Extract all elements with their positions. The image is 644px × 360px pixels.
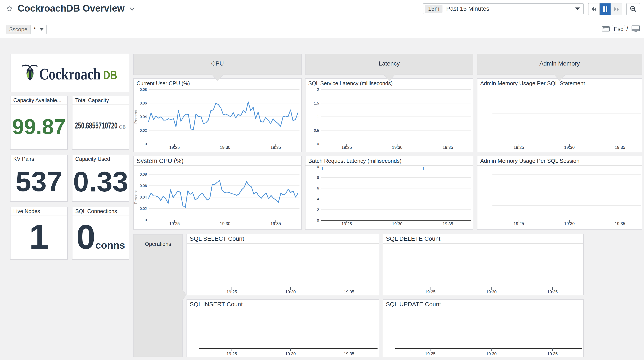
svg-text:19:30: 19:30 [285,352,296,356]
svg-text:19:35: 19:35 [344,352,354,356]
svg-text:19:30: 19:30 [220,221,230,226]
svg-text:0.06: 0.06 [140,101,147,105]
svg-text:1: 1 [317,115,319,119]
svg-text:0: 0 [317,218,319,223]
svg-text:8: 8 [317,176,319,180]
svg-text:19:25: 19:25 [425,290,436,294]
svg-text:19:35: 19:35 [270,221,281,226]
svg-text:19:35: 19:35 [443,145,453,150]
svg-text:19:30: 19:30 [564,221,575,226]
svg-text:19:25: 19:25 [169,145,180,150]
svg-text:0: 0 [317,142,319,146]
svg-text:19:25: 19:25 [342,221,352,226]
svg-text:19:25: 19:25 [514,221,524,226]
svg-text:0.04: 0.04 [140,195,147,199]
svg-text:19:30: 19:30 [564,145,575,150]
svg-text:19:25: 19:25 [226,290,237,294]
svg-text:19:25: 19:25 [169,221,180,226]
svg-text:2: 2 [317,88,319,92]
svg-text:0.5: 0.5 [314,128,319,133]
svg-text:4: 4 [317,197,319,201]
svg-text:250.6855710720: 250.6855710720 [75,121,118,130]
svg-text:6: 6 [317,186,319,190]
svg-text:0.08: 0.08 [140,88,147,92]
svg-text:19:35: 19:35 [615,145,625,150]
svg-text:19:30: 19:30 [285,290,296,294]
svg-text:0.08: 0.08 [140,172,147,176]
svg-text:Cockroach: Cockroach [39,65,100,83]
svg-text:Percent: Percent [134,190,138,204]
svg-text:0.06: 0.06 [140,184,147,188]
svg-text:19:35: 19:35 [443,221,453,226]
svg-text:0.02: 0.02 [140,128,147,133]
svg-text:19:35: 19:35 [615,221,625,226]
svg-text:19:35: 19:35 [547,290,558,294]
svg-text:19:25: 19:25 [342,145,352,150]
svg-text:19:25: 19:25 [514,145,524,150]
svg-text:DB: DB [103,69,117,81]
svg-text:19:30: 19:30 [486,290,497,294]
svg-text:0.04: 0.04 [140,115,147,119]
svg-text:0.02: 0.02 [140,207,147,211]
svg-text:19:30: 19:30 [392,145,402,150]
svg-text:19:35: 19:35 [270,145,281,150]
svg-text:19:30: 19:30 [486,352,497,356]
svg-text:19:35: 19:35 [344,290,354,294]
svg-text:10: 10 [315,165,319,169]
svg-text:19:30: 19:30 [220,145,230,150]
svg-text:Percent: Percent [134,110,138,124]
svg-text:19:30: 19:30 [392,221,402,226]
svg-text:0: 0 [145,142,147,146]
svg-text:19:25: 19:25 [425,352,436,356]
svg-text:19:25: 19:25 [226,352,237,356]
svg-text:2: 2 [317,208,319,212]
svg-text:19:35: 19:35 [547,352,558,356]
svg-text:1.5: 1.5 [314,101,319,105]
svg-text:GB: GB [119,125,126,129]
svg-text:0: 0 [145,218,147,222]
